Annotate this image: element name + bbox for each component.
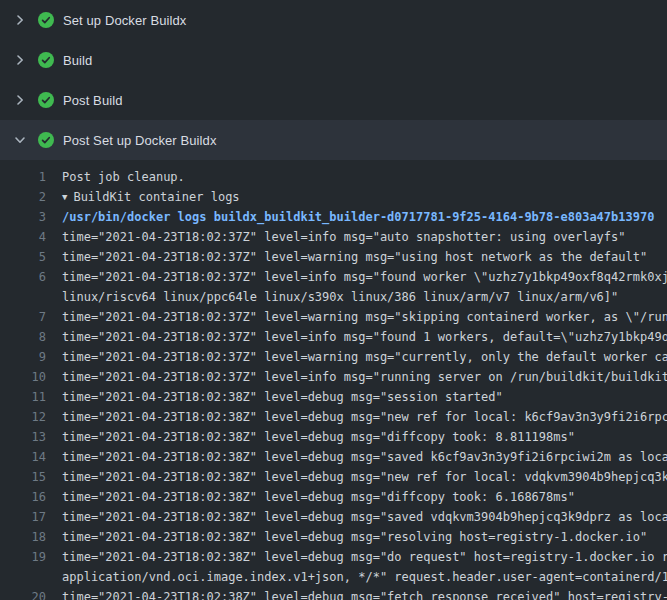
log-text: time="2021-04-23T18:02:37Z" level=info m… [46, 367, 667, 387]
log-line: 6time="2021-04-23T18:02:37Z" level=info … [0, 267, 667, 287]
log-text: time="2021-04-23T18:02:37Z" level=info m… [46, 227, 626, 247]
line-number[interactable]: 1 [0, 167, 46, 187]
line-number [0, 567, 46, 587]
log-line: 7time="2021-04-23T18:02:37Z" level=warni… [0, 307, 667, 327]
log-text-content: /usr/bin/docker logs buildx_buildkit_bui… [62, 210, 654, 224]
log-text: linux/riscv64 linux/ppc64le linux/s390x … [46, 287, 618, 307]
log-text: time="2021-04-23T18:02:37Z" level=info m… [46, 327, 667, 347]
log-lines: 1Post job cleanup.2▼BuildKit container l… [0, 160, 667, 600]
log-text-content: time="2021-04-23T18:02:38Z" level=debug … [62, 470, 667, 484]
log-text-content: time="2021-04-23T18:02:37Z" level=info m… [62, 370, 667, 384]
line-number[interactable]: 11 [0, 387, 46, 407]
log-text: time="2021-04-23T18:02:38Z" level=debug … [46, 527, 647, 547]
log-text-content: linux/riscv64 linux/ppc64le linux/s390x … [62, 290, 618, 304]
chevron-right-icon[interactable] [12, 12, 28, 28]
log-text: time="2021-04-23T18:02:37Z" level=warnin… [46, 247, 647, 267]
log-text: time="2021-04-23T18:02:38Z" level=debug … [46, 427, 575, 447]
log-line: 8time="2021-04-23T18:02:37Z" level=info … [0, 327, 667, 347]
log-section-header[interactable]: Build [0, 40, 667, 80]
log-line: 11time="2021-04-23T18:02:38Z" level=debu… [0, 387, 667, 407]
job-step-sections: Set up Docker BuildxBuildPost BuildPost … [0, 0, 667, 160]
log-text-content: application/vnd.oci.image.index.v1+json,… [62, 570, 667, 584]
section-label: Set up Docker Buildx [63, 13, 186, 28]
log-text: time="2021-04-23T18:02:37Z" level=warnin… [46, 347, 667, 367]
log-text-content: time="2021-04-23T18:02:38Z" level=debug … [62, 430, 575, 444]
success-check-icon [38, 12, 54, 28]
log-text: time="2021-04-23T18:02:38Z" level=debug … [46, 547, 667, 567]
log-line: 17time="2021-04-23T18:02:38Z" level=debu… [0, 507, 667, 527]
line-number[interactable]: 9 [0, 347, 46, 367]
line-number[interactable]: 12 [0, 407, 46, 427]
log-text-content: BuildKit container logs [73, 190, 239, 204]
log-section-header[interactable]: Set up Docker Buildx [0, 0, 667, 40]
success-check-icon [38, 52, 54, 68]
log-line: 18time="2021-04-23T18:02:38Z" level=debu… [0, 527, 667, 547]
log-text: time="2021-04-23T18:02:38Z" level=debug … [46, 447, 667, 467]
log-text-content: time="2021-04-23T18:02:38Z" level=debug … [62, 530, 647, 544]
line-number[interactable]: 8 [0, 327, 46, 347]
line-number[interactable]: 13 [0, 427, 46, 447]
log-text-content: time="2021-04-23T18:02:37Z" level=warnin… [62, 350, 667, 364]
log-line: 4time="2021-04-23T18:02:37Z" level=info … [0, 227, 667, 247]
log-section-header[interactable]: Post Set up Docker Buildx [0, 120, 667, 160]
line-number[interactable]: 14 [0, 447, 46, 467]
log-text: time="2021-04-23T18:02:38Z" level=debug … [46, 587, 667, 600]
log-text-content: time="2021-04-23T18:02:38Z" level=debug … [62, 490, 575, 504]
log-line: linux/riscv64 linux/ppc64le linux/s390x … [0, 287, 667, 307]
log-text: time="2021-04-23T18:02:37Z" level=warnin… [46, 307, 667, 327]
line-number[interactable]: 7 [0, 307, 46, 327]
log-line: 15time="2021-04-23T18:02:38Z" level=debu… [0, 467, 667, 487]
log-line: 20time="2021-04-23T18:02:38Z" level=debu… [0, 587, 667, 600]
log-line: 5time="2021-04-23T18:02:37Z" level=warni… [0, 247, 667, 267]
log-text: ▼BuildKit container logs [46, 187, 240, 207]
log-text-content: time="2021-04-23T18:02:38Z" level=debug … [62, 550, 667, 564]
log-text-content: Post job cleanup. [62, 170, 185, 184]
log-text: time="2021-04-23T18:02:38Z" level=debug … [46, 387, 503, 407]
line-number[interactable]: 4 [0, 227, 46, 247]
line-number[interactable]: 5 [0, 247, 46, 267]
line-number[interactable]: 16 [0, 487, 46, 507]
success-check-icon [38, 132, 54, 148]
log-line: 3/usr/bin/docker logs buildx_buildkit_bu… [0, 207, 667, 227]
line-number[interactable]: 18 [0, 527, 46, 547]
log-text-content: time="2021-04-23T18:02:38Z" level=debug … [62, 510, 667, 524]
log-text-content: time="2021-04-23T18:02:37Z" level=warnin… [62, 250, 647, 264]
line-number[interactable]: 20 [0, 587, 46, 600]
section-label: Post Build [63, 93, 123, 108]
log-text: Post job cleanup. [46, 167, 185, 187]
line-number [0, 287, 46, 307]
line-number[interactable]: 3 [0, 207, 46, 227]
chevron-down-icon[interactable] [12, 132, 28, 148]
log-text: time="2021-04-23T18:02:38Z" level=debug … [46, 487, 575, 507]
line-number[interactable]: 19 [0, 547, 46, 567]
line-number[interactable]: 17 [0, 507, 46, 527]
log-text: time="2021-04-23T18:02:37Z" level=info m… [46, 267, 667, 287]
log-text: time="2021-04-23T18:02:38Z" level=debug … [46, 407, 667, 427]
success-check-icon [38, 92, 54, 108]
log-line: 10time="2021-04-23T18:02:37Z" level=info… [0, 367, 667, 387]
log-command-text: /usr/bin/docker logs buildx_buildkit_bui… [46, 207, 654, 227]
log-line[interactable]: 2▼BuildKit container logs [0, 187, 667, 207]
log-text-content: time="2021-04-23T18:02:38Z" level=debug … [62, 590, 667, 600]
log-text-content: time="2021-04-23T18:02:37Z" level=info m… [62, 330, 667, 344]
log-line: 13time="2021-04-23T18:02:38Z" level=debu… [0, 427, 667, 447]
line-number[interactable]: 2 [0, 187, 46, 207]
chevron-right-icon[interactable] [12, 52, 28, 68]
log-line: 12time="2021-04-23T18:02:38Z" level=debu… [0, 407, 667, 427]
log-line: 9time="2021-04-23T18:02:37Z" level=warni… [0, 347, 667, 367]
log-text-content: time="2021-04-23T18:02:38Z" level=debug … [62, 390, 503, 404]
log-text-content: time="2021-04-23T18:02:37Z" level=info m… [62, 270, 667, 284]
log-text-content: time="2021-04-23T18:02:37Z" level=warnin… [62, 310, 667, 324]
chevron-right-icon[interactable] [12, 92, 28, 108]
line-number[interactable]: 10 [0, 367, 46, 387]
log-section-header[interactable]: Post Build [0, 80, 667, 120]
group-expanded-triangle-icon[interactable]: ▼ [62, 187, 67, 207]
log-line: 19time="2021-04-23T18:02:38Z" level=debu… [0, 547, 667, 567]
log-text: time="2021-04-23T18:02:38Z" level=debug … [46, 467, 667, 487]
line-number[interactable]: 15 [0, 467, 46, 487]
line-number[interactable]: 6 [0, 267, 46, 287]
section-label: Post Set up Docker Buildx [63, 133, 217, 148]
log-line: 14time="2021-04-23T18:02:38Z" level=debu… [0, 447, 667, 467]
log-text-content: time="2021-04-23T18:02:38Z" level=debug … [62, 450, 667, 464]
log-line: application/vnd.oci.image.index.v1+json,… [0, 567, 667, 587]
